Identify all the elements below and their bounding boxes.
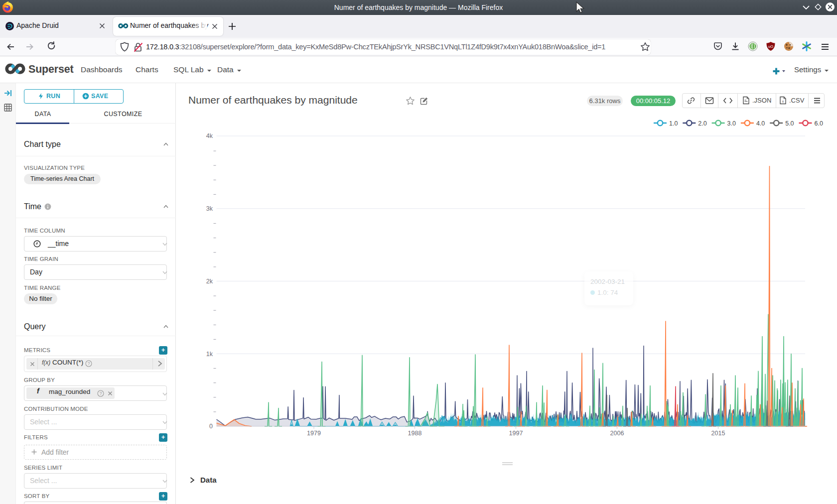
svg-text:?: ? bbox=[100, 391, 102, 396]
svg-text:2k: 2k bbox=[206, 278, 213, 285]
svg-text:3k: 3k bbox=[206, 205, 213, 212]
svg-text:1k: 1k bbox=[206, 351, 213, 358]
svg-text:1.0: 1.0 bbox=[669, 120, 678, 127]
svg-text:0: 0 bbox=[209, 423, 213, 430]
svg-text:3.0: 3.0 bbox=[727, 120, 736, 127]
svg-text:4k: 4k bbox=[206, 132, 213, 139]
svg-text:2006: 2006 bbox=[610, 430, 624, 437]
svg-text:6.0: 6.0 bbox=[815, 120, 823, 127]
svg-text:4.0: 4.0 bbox=[756, 120, 765, 127]
svg-text:?: ? bbox=[88, 361, 90, 366]
svg-text:2015: 2015 bbox=[711, 430, 725, 437]
svg-text:1997: 1997 bbox=[509, 430, 523, 437]
svg-text:x: x bbox=[782, 100, 784, 103]
svg-text:uO: uO bbox=[768, 44, 773, 49]
svg-text:5.0: 5.0 bbox=[785, 120, 794, 127]
svg-text:1988: 1988 bbox=[408, 430, 422, 437]
svg-text:1979: 1979 bbox=[307, 430, 321, 437]
svg-text:2.0: 2.0 bbox=[698, 120, 706, 127]
